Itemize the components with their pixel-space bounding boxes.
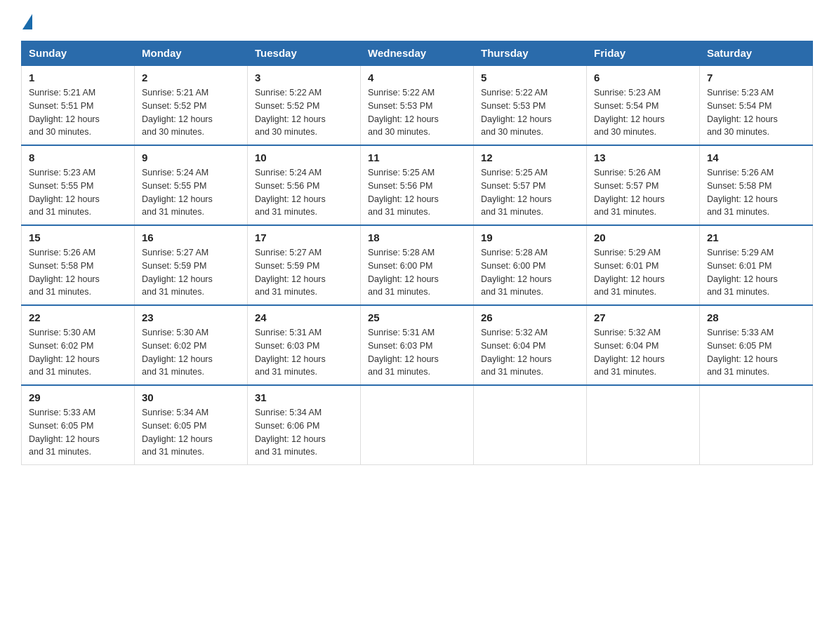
day-number: 4 <box>368 72 466 83</box>
day-info: Sunrise: 5:21 AM Sunset: 5:51 PM Dayligh… <box>29 86 127 139</box>
calendar-cell: 8 Sunrise: 5:23 AM Sunset: 5:55 PM Dayli… <box>22 145 135 225</box>
calendar-table: SundayMondayTuesdayWednesdayThursdayFrid… <box>21 41 813 465</box>
calendar-cell: 2 Sunrise: 5:21 AM Sunset: 5:52 PM Dayli… <box>135 65 248 145</box>
day-number: 7 <box>707 72 805 83</box>
calendar-cell: 3 Sunrise: 5:22 AM Sunset: 5:52 PM Dayli… <box>248 65 361 145</box>
day-info: Sunrise: 5:30 AM Sunset: 6:02 PM Dayligh… <box>142 326 240 379</box>
day-number: 15 <box>29 232 127 243</box>
day-info: Sunrise: 5:30 AM Sunset: 6:02 PM Dayligh… <box>29 326 127 379</box>
day-of-week-sunday: Sunday <box>22 41 135 66</box>
day-of-week-friday: Friday <box>587 41 700 66</box>
calendar-cell: 15 Sunrise: 5:26 AM Sunset: 5:58 PM Dayl… <box>22 225 135 305</box>
day-number: 20 <box>594 232 692 243</box>
day-number: 28 <box>707 311 805 323</box>
day-info: Sunrise: 5:31 AM Sunset: 6:03 PM Dayligh… <box>368 326 466 379</box>
day-info: Sunrise: 5:24 AM Sunset: 5:56 PM Dayligh… <box>255 166 353 219</box>
days-of-week-row: SundayMondayTuesdayWednesdayThursdayFrid… <box>22 41 813 66</box>
day-number: 1 <box>29 72 127 83</box>
calendar-week-row: 15 Sunrise: 5:26 AM Sunset: 5:58 PM Dayl… <box>22 225 813 305</box>
day-number: 25 <box>368 311 466 323</box>
day-info: Sunrise: 5:33 AM Sunset: 6:05 PM Dayligh… <box>707 326 805 379</box>
calendar-cell <box>587 385 700 465</box>
day-of-week-wednesday: Wednesday <box>361 41 474 66</box>
day-number: 8 <box>29 152 127 163</box>
day-number: 30 <box>142 391 240 403</box>
day-info: Sunrise: 5:26 AM Sunset: 5:58 PM Dayligh… <box>707 166 805 219</box>
calendar-cell: 1 Sunrise: 5:21 AM Sunset: 5:51 PM Dayli… <box>22 65 135 145</box>
calendar-cell: 7 Sunrise: 5:23 AM Sunset: 5:54 PM Dayli… <box>700 65 813 145</box>
calendar-week-row: 1 Sunrise: 5:21 AM Sunset: 5:51 PM Dayli… <box>22 65 813 145</box>
day-info: Sunrise: 5:28 AM Sunset: 6:00 PM Dayligh… <box>368 246 466 299</box>
day-number: 3 <box>255 72 353 83</box>
calendar-cell: 28 Sunrise: 5:33 AM Sunset: 6:05 PM Dayl… <box>700 305 813 385</box>
calendar-cell: 9 Sunrise: 5:24 AM Sunset: 5:55 PM Dayli… <box>135 145 248 225</box>
calendar-cell: 14 Sunrise: 5:26 AM Sunset: 5:58 PM Dayl… <box>700 145 813 225</box>
calendar-cell: 5 Sunrise: 5:22 AM Sunset: 5:53 PM Dayli… <box>474 65 587 145</box>
calendar-cell: 27 Sunrise: 5:32 AM Sunset: 6:04 PM Dayl… <box>587 305 700 385</box>
calendar-cell: 31 Sunrise: 5:34 AM Sunset: 6:06 PM Dayl… <box>248 385 361 465</box>
day-number: 17 <box>255 232 353 243</box>
day-number: 12 <box>481 152 579 163</box>
calendar-cell: 18 Sunrise: 5:28 AM Sunset: 6:00 PM Dayl… <box>361 225 474 305</box>
logo <box>21 14 32 27</box>
day-info: Sunrise: 5:25 AM Sunset: 5:57 PM Dayligh… <box>481 166 579 219</box>
calendar-cell: 11 Sunrise: 5:25 AM Sunset: 5:56 PM Dayl… <box>361 145 474 225</box>
calendar-cell: 23 Sunrise: 5:30 AM Sunset: 6:02 PM Dayl… <box>135 305 248 385</box>
day-info: Sunrise: 5:22 AM Sunset: 5:53 PM Dayligh… <box>368 86 466 139</box>
day-info: Sunrise: 5:32 AM Sunset: 6:04 PM Dayligh… <box>594 326 692 379</box>
day-info: Sunrise: 5:23 AM Sunset: 5:55 PM Dayligh… <box>29 166 127 219</box>
calendar-cell <box>474 385 587 465</box>
day-info: Sunrise: 5:34 AM Sunset: 6:06 PM Dayligh… <box>255 406 353 459</box>
calendar-cell <box>361 385 474 465</box>
calendar-cell: 20 Sunrise: 5:29 AM Sunset: 6:01 PM Dayl… <box>587 225 700 305</box>
day-number: 5 <box>481 72 579 83</box>
calendar-cell <box>700 385 813 465</box>
calendar-cell: 19 Sunrise: 5:28 AM Sunset: 6:00 PM Dayl… <box>474 225 587 305</box>
day-number: 10 <box>255 152 353 163</box>
day-info: Sunrise: 5:23 AM Sunset: 5:54 PM Dayligh… <box>707 86 805 139</box>
day-info: Sunrise: 5:22 AM Sunset: 5:53 PM Dayligh… <box>481 86 579 139</box>
calendar-cell: 6 Sunrise: 5:23 AM Sunset: 5:54 PM Dayli… <box>587 65 700 145</box>
day-number: 13 <box>594 152 692 163</box>
day-number: 18 <box>368 232 466 243</box>
page-header <box>21 14 813 27</box>
calendar-cell: 21 Sunrise: 5:29 AM Sunset: 6:01 PM Dayl… <box>700 225 813 305</box>
day-number: 22 <box>29 311 127 323</box>
logo-triangle-icon <box>22 14 32 29</box>
day-number: 19 <box>481 232 579 243</box>
day-info: Sunrise: 5:23 AM Sunset: 5:54 PM Dayligh… <box>594 86 692 139</box>
day-info: Sunrise: 5:28 AM Sunset: 6:00 PM Dayligh… <box>481 246 579 299</box>
day-number: 27 <box>594 311 692 323</box>
calendar-week-row: 22 Sunrise: 5:30 AM Sunset: 6:02 PM Dayl… <box>22 305 813 385</box>
day-number: 11 <box>368 152 466 163</box>
day-of-week-monday: Monday <box>135 41 248 66</box>
day-number: 23 <box>142 311 240 323</box>
day-info: Sunrise: 5:22 AM Sunset: 5:52 PM Dayligh… <box>255 86 353 139</box>
day-info: Sunrise: 5:31 AM Sunset: 6:03 PM Dayligh… <box>255 326 353 379</box>
day-of-week-thursday: Thursday <box>474 41 587 66</box>
logo-row1 <box>21 14 32 29</box>
day-info: Sunrise: 5:29 AM Sunset: 6:01 PM Dayligh… <box>707 246 805 299</box>
calendar-header: SundayMondayTuesdayWednesdayThursdayFrid… <box>22 41 813 66</box>
day-number: 24 <box>255 311 353 323</box>
day-info: Sunrise: 5:26 AM Sunset: 5:58 PM Dayligh… <box>29 246 127 299</box>
calendar-cell: 17 Sunrise: 5:27 AM Sunset: 5:59 PM Dayl… <box>248 225 361 305</box>
calendar-week-row: 8 Sunrise: 5:23 AM Sunset: 5:55 PM Dayli… <box>22 145 813 225</box>
day-info: Sunrise: 5:33 AM Sunset: 6:05 PM Dayligh… <box>29 406 127 459</box>
day-info: Sunrise: 5:34 AM Sunset: 6:05 PM Dayligh… <box>142 406 240 459</box>
day-of-week-tuesday: Tuesday <box>248 41 361 66</box>
day-number: 2 <box>142 72 240 83</box>
calendar-cell: 25 Sunrise: 5:31 AM Sunset: 6:03 PM Dayl… <box>361 305 474 385</box>
day-info: Sunrise: 5:24 AM Sunset: 5:55 PM Dayligh… <box>142 166 240 219</box>
calendar-body: 1 Sunrise: 5:21 AM Sunset: 5:51 PM Dayli… <box>22 65 813 465</box>
day-info: Sunrise: 5:26 AM Sunset: 5:57 PM Dayligh… <box>594 166 692 219</box>
day-number: 16 <box>142 232 240 243</box>
day-info: Sunrise: 5:27 AM Sunset: 5:59 PM Dayligh… <box>142 246 240 299</box>
calendar-cell: 13 Sunrise: 5:26 AM Sunset: 5:57 PM Dayl… <box>587 145 700 225</box>
day-info: Sunrise: 5:27 AM Sunset: 5:59 PM Dayligh… <box>255 246 353 299</box>
calendar-cell: 24 Sunrise: 5:31 AM Sunset: 6:03 PM Dayl… <box>248 305 361 385</box>
calendar-cell: 12 Sunrise: 5:25 AM Sunset: 5:57 PM Dayl… <box>474 145 587 225</box>
day-number: 26 <box>481 311 579 323</box>
day-number: 29 <box>29 391 127 403</box>
day-number: 6 <box>594 72 692 83</box>
